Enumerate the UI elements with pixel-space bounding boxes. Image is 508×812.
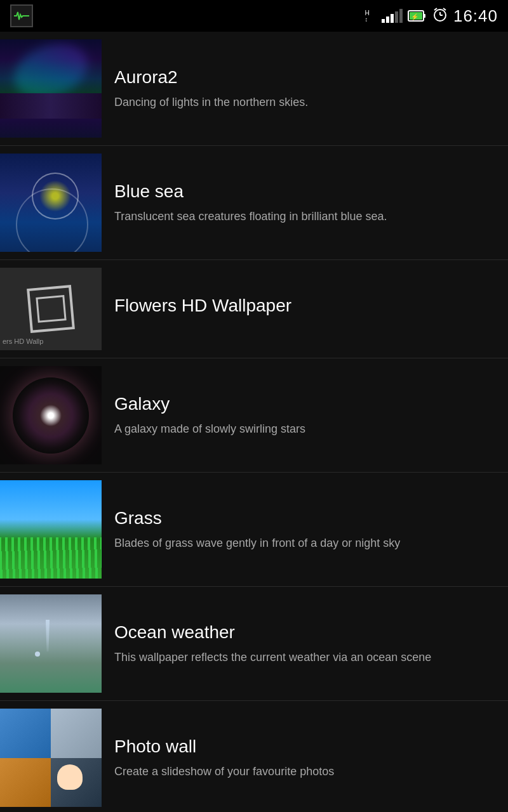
svg-text:⚡: ⚡ [411, 13, 419, 21]
wallpaper-name: Aurora2 [114, 67, 495, 88]
wallpaper-name: Galaxy [114, 393, 495, 415]
wallpaper-name: Grass [114, 508, 495, 529]
wallpaper-info: Galaxy A galaxy made of slowly swirling … [102, 366, 508, 464]
photo-cell-1 [0, 709, 51, 758]
photo-cell-4 [51, 758, 102, 808]
wallpaper-desc: Create a slideshow of your favourite pho… [114, 764, 495, 780]
wallpaper-info: Photo wall Create a slideshow of your fa… [102, 709, 508, 807]
alarm-icon [432, 6, 448, 26]
photo-cell-2 [51, 709, 102, 758]
wallpaper-name: Blue sea [114, 181, 495, 202]
status-time: 16:40 [453, 6, 498, 26]
list-item[interactable]: Photo wall Create a slideshow of your fa… [0, 701, 508, 812]
list-item[interactable]: Aurora2 Dancing of lights in the norther… [0, 32, 508, 146]
activity-monitor [10, 4, 33, 27]
wallpaper-info: Ocean weather This wallpaper reflects th… [102, 594, 508, 693]
list-item[interactable]: Grass Blades of grass wave gently in fro… [0, 473, 508, 587]
wallpaper-thumb-galaxy [0, 366, 102, 464]
wallpaper-desc: A galaxy made of slowly swirling stars [114, 421, 495, 437]
wallpaper-name: Photo wall [114, 736, 495, 757]
wallpaper-desc: Blades of grass wave gently in front of … [114, 535, 495, 551]
wallpaper-info: Flowers HD Wallpaper [102, 268, 508, 350]
status-bar: H ↕ ⚡ 16:40 [0, 0, 508, 32]
wallpaper-desc: Dancing of lights in the northern skies. [114, 95, 495, 110]
svg-text:H: H [364, 10, 369, 16]
signal-icon [382, 9, 403, 23]
svg-rect-3 [424, 14, 425, 18]
wallpaper-info: Grass Blades of grass wave gently in fro… [102, 480, 508, 579]
wallpaper-desc: This wallpaper reflects the current weat… [114, 650, 495, 665]
list-item[interactable]: Galaxy A galaxy made of slowly swirling … [0, 358, 508, 473]
svg-line-10 [443, 8, 446, 10]
wallpaper-thumb-ocean [0, 594, 102, 693]
wallpaper-thumb-flowers: ers HD Wallp [0, 268, 102, 350]
list-item[interactable]: ers HD Wallp Flowers HD Wallpaper [0, 260, 508, 358]
wallpaper-thumb-photowall [0, 709, 102, 807]
wallpaper-thumb-grass [0, 480, 102, 579]
wallpaper-name: Flowers HD Wallpaper [114, 295, 495, 317]
wallpaper-info: Aurora2 Dancing of lights in the norther… [102, 39, 508, 138]
data-arrows-icon: H ↕ [364, 8, 377, 25]
wallpaper-desc: Translucent sea creatures floating in br… [114, 209, 495, 225]
battery-icon: ⚡ [408, 8, 427, 23]
svg-text:↕: ↕ [364, 16, 368, 23]
svg-line-9 [434, 8, 437, 10]
wallpaper-info: Blue sea Translucent sea creatures float… [102, 154, 508, 252]
wallpaper-thumb-aurora [0, 39, 102, 138]
wallpaper-name: Ocean weather [114, 622, 495, 643]
wallpaper-list: Aurora2 Dancing of lights in the norther… [0, 32, 508, 812]
list-item[interactable]: Blue sea Translucent sea creatures float… [0, 146, 508, 260]
list-item[interactable]: Ocean weather This wallpaper reflects th… [0, 587, 508, 701]
photo-cell-3 [0, 758, 51, 808]
wallpaper-thumb-bluesea [0, 154, 102, 252]
